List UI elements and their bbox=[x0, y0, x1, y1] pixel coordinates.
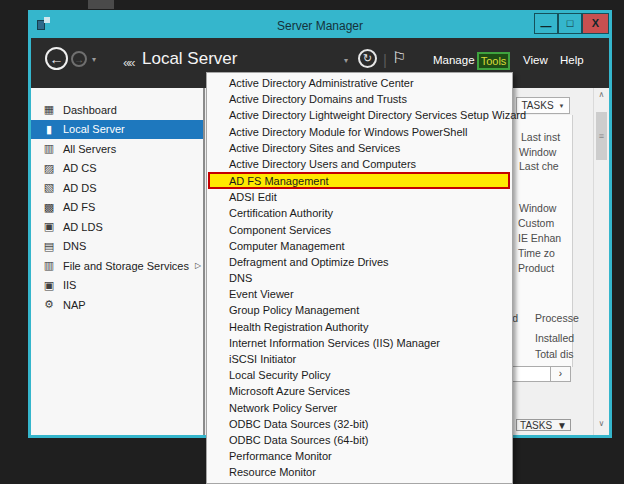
navbar-separator: | bbox=[383, 51, 387, 68]
sidebar-item-label: DNS bbox=[63, 240, 86, 252]
scroll-down-icon[interactable]: ∨ bbox=[594, 417, 609, 431]
tools-menu-item[interactable]: Active Directory Sites and Services bbox=[207, 140, 512, 156]
sidebar-item[interactable]: ▨ AD CS bbox=[31, 159, 203, 179]
tools-menu-item[interactable]: Performance Monitor bbox=[207, 448, 512, 464]
back-button[interactable]: ← bbox=[45, 47, 68, 70]
tools-menu-item-label: AD FS Management bbox=[229, 175, 329, 187]
tools-menu-item[interactable]: Computer Management bbox=[207, 238, 512, 254]
property-label-fragment: Last che bbox=[519, 160, 559, 172]
tasks-dropdown-button-bottom[interactable]: TASKS ▼ bbox=[516, 419, 571, 431]
tools-menu-item[interactable]: Active Directory Module for Windows Powe… bbox=[207, 124, 512, 140]
sidebar-item-label: Local Server bbox=[63, 123, 125, 135]
location-dropdown-caret[interactable]: ▾ bbox=[344, 56, 348, 65]
refresh-button[interactable]: ↻ bbox=[358, 49, 377, 68]
tools-menu-item[interactable]: Active Directory Lightweight Directory S… bbox=[207, 107, 512, 123]
sidebar-item-label: AD DS bbox=[63, 182, 97, 194]
close-icon: X bbox=[592, 17, 599, 29]
tools-menu-item-label: Defragment and Optimize Drives bbox=[229, 256, 389, 268]
property-label-fragment: IE Enhan bbox=[518, 232, 561, 244]
sidebar-item-label: Dashboard bbox=[63, 104, 117, 116]
tools-menu-item[interactable]: Component Services bbox=[207, 222, 512, 238]
sidebar-item[interactable]: ▦ Dashboard bbox=[31, 100, 203, 120]
scroll-up-icon[interactable]: ∧ bbox=[594, 88, 609, 102]
tools-menu-item[interactable]: Microsoft Azure Services bbox=[207, 383, 512, 399]
tools-menu-item[interactable]: Local Security Policy bbox=[207, 367, 512, 383]
forward-button[interactable]: → bbox=[71, 51, 87, 67]
maximize-button[interactable]: □ bbox=[558, 13, 582, 34]
all-servers-icon: ▥ bbox=[42, 142, 56, 155]
sidebar-item[interactable]: ▧ AD DS bbox=[31, 178, 203, 198]
sidebar-item[interactable]: ▣ AD LDS bbox=[31, 217, 203, 237]
close-button[interactable]: X bbox=[582, 13, 609, 34]
tools-menu-item[interactable]: Certification Authority bbox=[207, 205, 512, 221]
tools-menu-item[interactable]: iSCSI Initiator bbox=[207, 351, 512, 367]
tools-menu-item[interactable]: Active Directory Domains and Trusts bbox=[207, 91, 512, 107]
tools-menu-item[interactable]: ODBC Data Sources (64-bit) bbox=[207, 432, 512, 448]
tools-menu-item[interactable]: ODBC Data Sources (32-bit) bbox=[207, 416, 512, 432]
tools-menu-item[interactable]: Network Policy Server bbox=[207, 400, 512, 416]
tools-menu-item-label: Active Directory Sites and Services bbox=[229, 142, 400, 154]
sidebar-item[interactable]: ▤ DNS bbox=[31, 237, 203, 257]
pager-forward-button[interactable]: › bbox=[550, 367, 570, 381]
notifications-flag-icon[interactable]: ⚐ bbox=[392, 48, 406, 67]
tools-menu-item-label: Active Directory Users and Computers bbox=[229, 158, 416, 170]
property-label-fragment: Total dis bbox=[535, 348, 574, 360]
file-storage-icon: ▥ bbox=[42, 259, 56, 272]
tools-menu-item-label: Health Registration Authority bbox=[229, 321, 368, 333]
back-icon: ← bbox=[50, 51, 64, 67]
sidebar-item[interactable]: ▩ AD FS bbox=[31, 198, 203, 218]
ad-ds-icon: ▧ bbox=[42, 181, 56, 194]
desktop: Server Manager — □ X ← → ▾ «« Local Serv… bbox=[0, 0, 624, 484]
tools-menu-item-label: Active Directory Lightweight Directory S… bbox=[229, 109, 526, 121]
sidebar-item[interactable]: ▮ Local Server bbox=[31, 120, 203, 140]
tools-menu-item-label: Microsoft Azure Services bbox=[229, 385, 350, 397]
tools-menu-item-label: Resource Monitor bbox=[229, 466, 316, 478]
expand-arrow-icon[interactable]: ▷ bbox=[195, 261, 201, 270]
minimize-icon: — bbox=[541, 20, 552, 32]
tools-menu-item[interactable]: Active Directory Users and Computers bbox=[207, 156, 512, 172]
tools-dropdown-menu: Active Directory Administrative Center A… bbox=[206, 72, 513, 484]
nap-icon: ⚙ bbox=[42, 298, 56, 311]
tools-menu-item-label: Certification Authority bbox=[229, 207, 333, 219]
tools-menu-item-label: ODBC Data Sources (64-bit) bbox=[229, 434, 368, 446]
sidebar-item[interactable]: ▥ All Servers bbox=[31, 139, 203, 159]
sidebar-item[interactable]: ▣ IIS bbox=[31, 276, 203, 296]
minimize-button[interactable]: — bbox=[534, 13, 558, 34]
sidebar: ▦ Dashboard ▮ Local Server ▥ All Servers bbox=[31, 88, 205, 435]
tools-menu-item[interactable]: Defragment and Optimize Drives bbox=[207, 254, 512, 270]
tools-menu-item-label: Computer Management bbox=[229, 240, 345, 252]
forward-icon: → bbox=[74, 54, 84, 65]
tasks-caret-icon: ▼ bbox=[559, 103, 565, 109]
breadcrumb-collapse-icon[interactable]: «« bbox=[123, 55, 133, 70]
tools-menu-item[interactable]: ADSI Edit bbox=[207, 189, 512, 205]
view-menu[interactable]: View bbox=[523, 54, 548, 66]
scrollbar-thumb[interactable]: ≡ bbox=[596, 112, 607, 160]
sidebar-item-label: All Servers bbox=[63, 143, 116, 155]
tools-menu-item[interactable]: DNS bbox=[207, 270, 512, 286]
tools-menu-item[interactable]: Health Registration Authority bbox=[207, 319, 512, 335]
sidebar-item-label: AD LDS bbox=[63, 221, 103, 233]
tools-menu-item[interactable]: Resource Monitor bbox=[207, 464, 512, 480]
title-bar: Server Manager — □ X bbox=[31, 13, 609, 38]
tools-menu-item[interactable]: Active Directory Administrative Center bbox=[207, 75, 512, 91]
ad-lds-icon: ▣ bbox=[42, 220, 56, 233]
manage-menu[interactable]: Manage bbox=[433, 54, 475, 66]
property-label-fragment: Last inst bbox=[521, 131, 560, 143]
tools-menu-item[interactable]: Group Policy Management bbox=[207, 302, 512, 318]
ad-fs-icon: ▩ bbox=[42, 201, 56, 214]
tools-menu-item[interactable]: Internet Information Services (IIS) Mana… bbox=[207, 335, 512, 351]
refresh-icon: ↻ bbox=[363, 52, 372, 65]
tools-menu-item[interactable]: Event Viewer bbox=[207, 286, 512, 302]
vertical-scrollbar[interactable]: ∧ ≡ ∨ bbox=[593, 88, 609, 435]
tools-menu-item-label: Component Services bbox=[229, 224, 331, 236]
history-dropdown-caret[interactable]: ▾ bbox=[92, 55, 96, 64]
background-taskbar-fragment bbox=[88, 0, 114, 9]
sidebar-item-label: AD FS bbox=[63, 201, 95, 213]
sidebar-item[interactable]: ⚙ NAP bbox=[31, 295, 203, 315]
help-menu[interactable]: Help bbox=[560, 54, 584, 66]
property-label-fragment: Processe bbox=[535, 312, 579, 324]
sidebar-item[interactable]: ▥ File and Storage Services ▷ bbox=[31, 256, 203, 276]
tools-menu-button[interactable]: Tools bbox=[477, 52, 510, 70]
tools-menu-item[interactable]: AD FS Management bbox=[208, 172, 510, 189]
tools-menu-item-label: DNS bbox=[229, 272, 252, 284]
